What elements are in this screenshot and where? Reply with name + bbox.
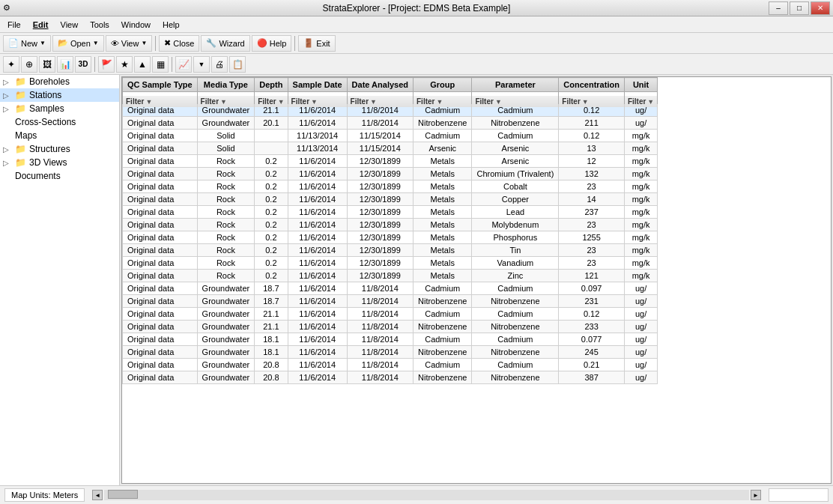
table-row[interactable]: Original dataGroundwater18.711/6/201411/…	[123, 282, 658, 295]
sidebar-label-documents: Documents	[15, 171, 61, 181]
filter-date-analysed[interactable]: Filter ▼	[347, 95, 413, 107]
sidebar-item-cross-sections[interactable]: Cross-Sections	[0, 115, 119, 129]
menu-help[interactable]: Help	[157, 19, 186, 31]
table-cell	[255, 142, 288, 155]
tool-select[interactable]: ⊕	[21, 56, 37, 73]
table-row[interactable]: Original dataRock0.211/6/201412/30/1899M…	[123, 193, 658, 206]
table-row[interactable]: Original dataSolid11/13/201411/15/2014Ar…	[123, 142, 658, 155]
table-cell: 21.1	[255, 321, 288, 333]
maximize-button[interactable]: □	[790, 1, 809, 15]
table-row[interactable]: Original dataRock0.211/6/201412/30/1899M…	[123, 155, 658, 168]
table-cell: mg/k	[624, 257, 657, 270]
table-cell: 11/8/2014	[347, 295, 413, 308]
table-cell: mg/k	[624, 219, 657, 231]
menu-view[interactable]: View	[55, 19, 85, 31]
sidebar-item-stations[interactable]: ▷ 📁 Stations	[0, 88, 119, 102]
tool-star[interactable]: ★	[116, 56, 133, 73]
table-row[interactable]: Original dataRock0.211/6/201412/30/1899M…	[123, 180, 658, 193]
tool-chart[interactable]: 📊	[57, 56, 73, 73]
table-row[interactable]: Original dataRock0.211/6/201412/30/1899M…	[123, 219, 658, 231]
table-row[interactable]: Original dataRock0.211/6/201412/30/1899M…	[123, 270, 658, 282]
view-button[interactable]: 👁 View ▼	[106, 35, 153, 52]
table-row[interactable]: Original dataGroundwater21.111/6/201411/…	[123, 321, 658, 333]
table-row[interactable]: Original dataRock0.211/6/201412/30/1899M…	[123, 244, 658, 257]
menu-window[interactable]: Window	[115, 19, 157, 31]
folder-icon-samples: 📁	[15, 103, 26, 114]
h-scroll-right[interactable]: ►	[751, 490, 761, 500]
table-cell: 1255	[559, 231, 625, 244]
filter-sample-date[interactable]: Filter ▼	[288, 95, 347, 107]
sidebar-item-samples[interactable]: ▷ 📁 Samples	[0, 102, 119, 115]
tool-layout[interactable]: ▦	[152, 56, 169, 73]
table-cell: 11/6/2014	[288, 371, 347, 384]
tool-3d[interactable]: 3D	[75, 56, 91, 73]
menu-tools[interactable]: Tools	[84, 19, 115, 31]
new-button[interactable]: 📄 New ▼	[3, 35, 51, 52]
filter-parameter[interactable]: Filter ▼	[472, 95, 559, 107]
table-row[interactable]: Original dataGroundwater20.811/6/201411/…	[123, 371, 658, 384]
menu-edit[interactable]: Edit	[27, 19, 55, 31]
filter-icon-sample-date: ▼	[311, 97, 318, 105]
filter-unit[interactable]: Filter ▼	[624, 95, 657, 107]
table-row[interactable]: Original dataGroundwater20.111/6/201411/…	[123, 117, 658, 130]
tool-export[interactable]: 📋	[229, 56, 246, 73]
filter-group[interactable]: Filter ▼	[414, 95, 472, 107]
tool-flag[interactable]: 🚩	[98, 56, 115, 73]
tool-pointer[interactable]: ✦	[3, 56, 19, 73]
table-row[interactable]: Original dataGroundwater18.111/6/201411/…	[123, 333, 658, 346]
sidebar-item-maps[interactable]: Maps	[0, 129, 119, 142]
sidebar-label-stations: Stations	[29, 90, 61, 100]
close-button[interactable]: ✕	[811, 1, 830, 15]
minimize-button[interactable]: –	[769, 1, 788, 15]
table-row[interactable]: Original dataRock0.211/6/201412/30/1899M…	[123, 168, 658, 180]
table-row[interactable]: Original dataRock0.211/6/201412/30/1899M…	[123, 257, 658, 270]
sidebar-item-structures[interactable]: ▷ 📁 Structures	[0, 142, 119, 156]
sidebar-item-documents[interactable]: Documents	[0, 169, 119, 183]
table-cell: Rock	[197, 206, 255, 219]
table-row[interactable]: Original dataGroundwater18.711/6/201411/…	[123, 295, 658, 308]
exit-button[interactable]: 🚪 Exit	[298, 35, 335, 52]
table-row[interactable]: Original dataGroundwater18.111/6/201411/…	[123, 346, 658, 359]
tool-chart2[interactable]: 📈	[175, 56, 192, 73]
table-cell: Original data	[123, 359, 198, 371]
expand-icon-samples: ▷	[3, 105, 12, 113]
table-cell: Groundwater	[197, 321, 255, 333]
view-dropdown-arrow: ▼	[141, 40, 147, 46]
menu-bar: File Edit View Tools Window Help	[0, 16, 833, 33]
tool-print[interactable]: 🖨	[211, 56, 228, 73]
menu-file[interactable]: File	[1, 19, 27, 31]
table-cell: Metals	[414, 193, 472, 206]
tool-bar-chart[interactable]: ▼	[193, 56, 210, 73]
table-cell: 11/13/2014	[288, 142, 347, 155]
h-scroll-thumb[interactable]	[108, 490, 138, 499]
col-header-date-analysed: Date Analysed	[347, 78, 413, 92]
filter-qc-sample-type[interactable]: Filter ▼	[123, 95, 198, 107]
table-cell: 20.8	[255, 371, 288, 384]
close-button[interactable]: ✖ Close	[159, 35, 199, 52]
table-row[interactable]: Original dataRock0.211/6/201412/30/1899M…	[123, 231, 658, 244]
wizard-button[interactable]: 🔧 Wizard	[201, 35, 249, 52]
table-cell: mg/k	[624, 180, 657, 193]
open-button[interactable]: 📂 Open ▼	[52, 35, 104, 52]
filter-media-type[interactable]: Filter ▼	[197, 95, 255, 107]
h-scroll-left[interactable]: ◄	[92, 490, 103, 500]
data-table-wrapper[interactable]: QC Sample Type Media Type Depth Sample D…	[121, 76, 832, 484]
filter-icon-unit: ▼	[647, 97, 654, 105]
table-row[interactable]: Original dataGroundwater21.111/6/201411/…	[123, 308, 658, 321]
tool-triangle[interactable]: ▲	[134, 56, 151, 73]
table-row[interactable]: Original dataGroundwater20.811/6/201411/…	[123, 359, 658, 371]
wizard-icon: 🔧	[206, 38, 216, 48]
table-cell: 11/6/2014	[288, 117, 347, 130]
h-scroll-track[interactable]	[104, 490, 749, 500]
filter-depth[interactable]: Filter ▼	[255, 95, 288, 107]
tool-image[interactable]: 🖼	[39, 56, 55, 73]
filter-concentration[interactable]: Filter ▼	[559, 95, 625, 107]
table-row[interactable]: Original dataRock0.211/6/201412/30/1899M…	[123, 206, 658, 219]
table-cell: Original data	[123, 117, 198, 130]
sidebar-item-boreholes[interactable]: ▷ 📁 Boreholes	[0, 75, 119, 88]
table-cell: 0.2	[255, 231, 288, 244]
map-units-status: Map Units: Meters	[4, 488, 85, 502]
help-button[interactable]: 🔴 Help	[252, 35, 292, 52]
table-row[interactable]: Original dataSolid11/13/201411/15/2014Ca…	[123, 130, 658, 142]
sidebar-item-3d-views[interactable]: ▷ 📁 3D Views	[0, 156, 119, 169]
